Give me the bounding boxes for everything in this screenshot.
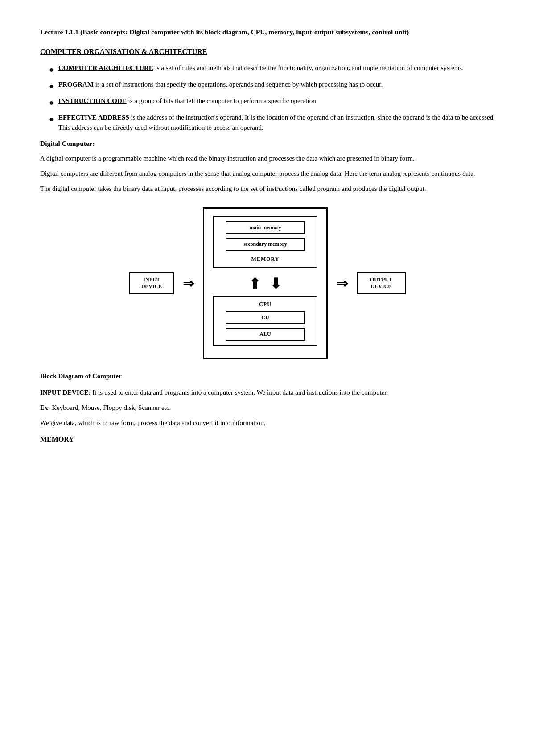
bullet-list: ● COMPUTER ARCHITECTURE is a set of rule… <box>40 63 495 132</box>
cu-box: CU <box>226 311 305 324</box>
diagram-caption: Block Diagram of Computer <box>40 372 495 380</box>
list-item-text: INSTRUCTION CODE is a group of bits that… <box>58 96 316 106</box>
input-device-paragraph: INPUT DEVICE: It is used to enter data a… <box>40 387 495 398</box>
term: PROGRAM <box>58 81 94 88</box>
cpu-label: CPU <box>259 301 272 308</box>
main-memory-box: main memory <box>226 221 305 234</box>
note-paragraph: We give data, which is in raw form, proc… <box>40 417 495 428</box>
block-diagram: INPUT DEVICE ⇒ main memory secondary mem… <box>40 207 495 359</box>
section-heading: COMPUTER ORGANISATION & ARCHITECTURE <box>40 48 495 56</box>
list-item-text: EFFECTIVE ADDRESS is the address of the … <box>58 112 495 132</box>
data-flow-arrows: ⇑ ⇓ <box>249 275 282 292</box>
term: COMPUTER ARCHITECTURE <box>58 64 153 71</box>
list-item-text: COMPUTER ARCHITECTURE is a set of rules … <box>58 63 464 73</box>
list-item-content: is a set of rules and methods that descr… <box>153 64 464 71</box>
memory-label: MEMORY <box>251 256 280 263</box>
arrow-to-output: ⇒ <box>337 276 348 291</box>
example-label: Ex: <box>40 404 50 411</box>
alu-box: ALU <box>226 328 305 341</box>
paragraph-3: The digital computer takes the binary da… <box>40 183 495 194</box>
paragraph-2: Digital computers are different from ana… <box>40 168 495 179</box>
bullet-dot: ● <box>49 64 54 76</box>
example-paragraph: Ex: Keyboard, Mouse, Floppy disk, Scanne… <box>40 402 495 413</box>
paragraph-1: A digital computer is a programmable mac… <box>40 153 495 164</box>
list-item-text: PROGRAM is a set of instructions that sp… <box>58 79 383 90</box>
input-device-text: It is used to enter data and programs in… <box>91 389 388 396</box>
list-item: ● INSTRUCTION CODE is a group of bits th… <box>49 96 495 109</box>
term: INSTRUCTION CODE <box>58 97 127 104</box>
down-arrow-icon: ⇓ <box>270 275 282 292</box>
main-system-block: main memory secondary memory MEMORY ⇑ ⇓ … <box>203 207 328 359</box>
term: EFFECTIVE ADDRESS <box>58 114 129 121</box>
bullet-dot: ● <box>49 80 54 92</box>
list-item-content: is a group of bits that tell the compute… <box>127 97 316 104</box>
list-item: ● COMPUTER ARCHITECTURE is a set of rule… <box>49 63 495 76</box>
lecture-title: Lecture 1.1.1 (Basic concepts: Digital c… <box>40 27 495 37</box>
list-item-content: is a set of instructions that specify th… <box>94 81 383 88</box>
list-item: ● PROGRAM is a set of instructions that … <box>49 79 495 92</box>
memory-heading: MEMORY <box>40 435 495 443</box>
memory-section: main memory secondary memory MEMORY <box>213 216 317 268</box>
bullet-dot: ● <box>49 113 54 125</box>
cpu-section: CPU CU ALU <box>213 296 317 346</box>
up-arrow-icon: ⇑ <box>249 275 261 292</box>
secondary-memory-box: secondary memory <box>226 238 305 251</box>
digital-computer-subheading: Digital Computer: <box>40 140 495 148</box>
example-text: Keyboard, Mouse, Floppy disk, Scanner et… <box>50 404 171 411</box>
list-item: ● EFFECTIVE ADDRESS is the address of th… <box>49 112 495 132</box>
arrow-to-cpu: ⇒ <box>183 276 194 291</box>
bullet-dot: ● <box>49 97 54 109</box>
output-device-box: OUTPUT DEVICE <box>357 272 406 294</box>
input-device-box: INPUT DEVICE <box>129 272 174 294</box>
input-device-term: INPUT DEVICE: <box>40 389 91 396</box>
